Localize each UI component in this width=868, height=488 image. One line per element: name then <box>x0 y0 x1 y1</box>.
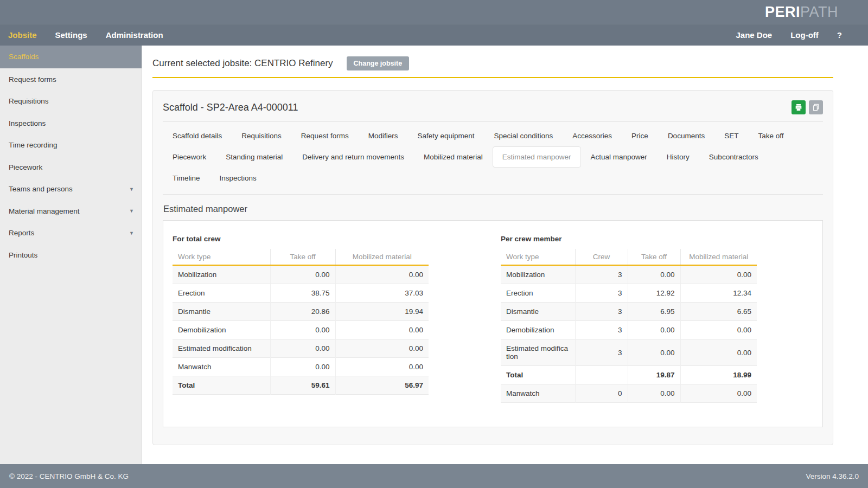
tab-set[interactable]: SET <box>714 125 748 146</box>
tab-inspections[interactable]: Inspections <box>210 168 266 189</box>
sidebar-item-inspections[interactable]: Inspections <box>0 112 142 134</box>
table-cell: 3 <box>575 265 628 284</box>
sidebar-item-request-forms[interactable]: Request forms <box>0 68 142 91</box>
table-row-mobilization: Mobilization0.000.00 <box>173 265 429 284</box>
sidebar-item-reports[interactable]: Reports▼ <box>0 222 142 245</box>
topnav-item-jane-doe[interactable]: Jane Doe <box>736 30 772 40</box>
topnav-item-log-off[interactable]: Log-off <box>790 30 819 40</box>
table-cell: Erection <box>501 284 575 303</box>
sidebar-item-material-management[interactable]: Material management▼ <box>0 200 142 222</box>
footer-version: Version 4.36.2.0 <box>806 472 859 480</box>
tab-requisitions[interactable]: Requisitions <box>232 125 291 146</box>
table-cell: 59.61 <box>270 376 335 395</box>
per-crew-member-block: Per crew member Work typeCrewTake offMob… <box>501 235 757 403</box>
tab-safety-equipment[interactable]: Safety equipment <box>407 125 484 146</box>
sidebar-item-time-recording[interactable]: Time recording <box>0 134 142 157</box>
tab-row-1: Scaffold detailsRequisitionsRequest form… <box>163 125 823 146</box>
copy-icon <box>812 103 820 112</box>
for-total-crew-title: For total crew <box>173 235 429 243</box>
per-crew-member-title: Per crew member <box>501 235 757 243</box>
table-cell: Estimated modification <box>173 339 270 358</box>
copy-button[interactable] <box>809 100 823 114</box>
chevron-down-icon: ▼ <box>129 230 134 236</box>
tab-price[interactable]: Price <box>622 125 658 146</box>
content-area: ScaffoldsRequest formsRequisitionsInspec… <box>0 46 868 464</box>
topnav-item-[interactable]: ? <box>837 30 842 40</box>
sidebar-item-printouts[interactable]: Printouts <box>0 244 142 266</box>
table-row-dismantle: Dismantle36.956.65 <box>501 303 757 321</box>
table-cell: 12.92 <box>628 284 680 303</box>
table-cell: 0.00 <box>270 339 335 358</box>
table-row-manwatch: Manwatch0.000.00 <box>173 358 429 376</box>
table-header-row: Work typeCrewTake offMobilized material <box>501 249 757 265</box>
scaffold-card-header: Scaffold - SP2-Area A4-000011 <box>163 100 823 114</box>
sidebar-item-scaffolds[interactable]: Scaffolds <box>0 46 142 68</box>
sidebar-item-requisitions[interactable]: Requisitions <box>0 91 142 113</box>
current-jobsite-label: Current selected jobsite: CENTRIO Refine… <box>152 58 333 69</box>
topnav-item-jobsite[interactable]: Jobsite <box>8 30 37 40</box>
change-jobsite-button[interactable]: Change jobsite <box>347 56 410 70</box>
tab-take-off[interactable]: Take off <box>748 125 793 146</box>
table-cell: 0.00 <box>628 339 680 366</box>
tab-special-conditions[interactable]: Special conditions <box>484 125 563 146</box>
table-cell: 6.95 <box>628 303 680 321</box>
table-cell: 0.00 <box>335 265 429 284</box>
tab-history[interactable]: History <box>657 146 699 168</box>
jobsite-bar: Current selected jobsite: CENTRIO Refine… <box>152 56 833 70</box>
table-cell: 0.00 <box>628 384 680 403</box>
sidebar-item-label: Printouts <box>9 251 37 259</box>
table-cell: Mobilization <box>501 265 575 284</box>
footer: © 2022 - CENTRIO GmbH & Co. KG Version 4… <box>0 464 868 488</box>
tab-modifiers[interactable]: Modifiers <box>359 125 408 146</box>
scaffold-card: Scaffold - SP2-Area A4-000011 <box>152 90 833 445</box>
tab-mobilized-material[interactable]: Mobilized material <box>414 146 493 168</box>
sidebar-item-teams-and-persons[interactable]: Teams and persons▼ <box>0 178 142 201</box>
table-cell: 3 <box>575 339 628 366</box>
tab-delivery-and-return-movements[interactable]: Delivery and return movements <box>292 146 414 168</box>
tab-piecework[interactable]: Piecework <box>163 146 216 168</box>
table-row-erection: Erection312.9212.34 <box>501 284 757 303</box>
table-row-manwatch: Manwatch00.000.00 <box>501 384 757 403</box>
column-header-take-off: Take off <box>628 249 680 265</box>
column-header-work-type: Work type <box>173 249 270 265</box>
table-cell: 3 <box>575 284 628 303</box>
sidebar-item-piecework[interactable]: Piecework <box>0 156 142 178</box>
tab-estimated-manpower[interactable]: Estimated manpower <box>493 146 581 168</box>
tab-standing-material[interactable]: Standing material <box>216 146 292 168</box>
app-logo: PERIPATH <box>765 4 838 21</box>
footer-copyright: © 2022 - CENTRIO GmbH & Co. KG <box>9 472 129 480</box>
table-row-mobilization: Mobilization30.000.00 <box>501 265 757 284</box>
tab-actual-manpower[interactable]: Actual manpower <box>581 146 657 168</box>
table-row-demobilization: Demobilization0.000.00 <box>173 321 429 339</box>
jobsite-accent-rule <box>152 77 833 78</box>
topnav-item-settings[interactable]: Settings <box>55 30 87 40</box>
column-header-work-type: Work type <box>501 249 575 265</box>
tab-request-forms[interactable]: Request forms <box>291 125 359 146</box>
tab-accessories[interactable]: Accessories <box>563 125 622 146</box>
print-button[interactable] <box>792 100 806 114</box>
tab-timeline[interactable]: Timeline <box>163 168 210 189</box>
table-cell: Erection <box>173 284 270 303</box>
table-cell: 37.03 <box>335 284 429 303</box>
tab-subcontractors[interactable]: Subcontractors <box>699 146 768 168</box>
column-header-crew: Crew <box>575 249 628 265</box>
section-title: Estimated manpower <box>163 204 823 214</box>
app-logo-peri: PERI <box>765 4 800 20</box>
chevron-down-icon: ▼ <box>129 208 134 214</box>
tab-scaffold-details[interactable]: Scaffold details <box>163 125 232 146</box>
table-cell <box>575 366 628 384</box>
table-cell: 20.86 <box>270 303 335 321</box>
table-cell: 38.75 <box>270 284 335 303</box>
tab-documents[interactable]: Documents <box>658 125 714 146</box>
table-cell: 0.00 <box>628 321 680 339</box>
for-total-crew-table: Work typeTake offMobilized materialMobil… <box>173 249 429 395</box>
table-cell: 0.00 <box>270 321 335 339</box>
column-header-take-off: Take off <box>270 249 335 265</box>
chevron-down-icon: ▼ <box>129 187 134 192</box>
table-cell: 18.99 <box>680 366 757 384</box>
app-logo-path: PATH <box>800 4 838 20</box>
table-cell: Manwatch <box>173 358 270 376</box>
topnav-item-administration[interactable]: Administration <box>106 30 163 40</box>
table-row-dismantle: Dismantle20.8619.94 <box>173 303 429 321</box>
sidebar-item-label: Inspections <box>9 119 46 127</box>
